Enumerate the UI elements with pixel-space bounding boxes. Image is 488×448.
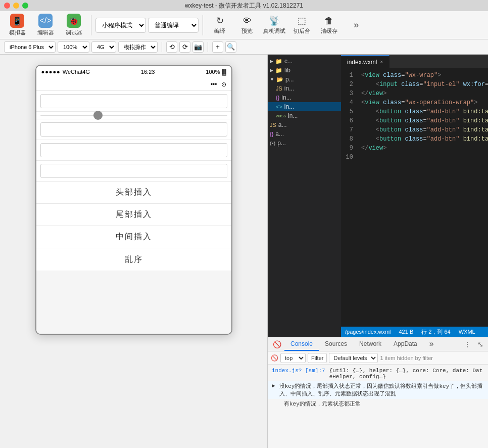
minimize-button[interactable] <box>13 3 19 9</box>
editor-icon: </> <box>38 14 53 28</box>
network-select[interactable]: 4G <box>91 41 116 53</box>
add-page-button[interactable]: + <box>212 41 223 53</box>
folder-arrow-c: ▶ <box>270 59 273 64</box>
filter-button[interactable]: Filter <box>308 353 327 363</box>
block-icon[interactable]: 🚫 <box>271 354 278 362</box>
code-editor[interactable]: 1 <view class="wx-wrap"> 2 <input class=… <box>341 69 488 327</box>
text-input-4[interactable] <box>40 164 227 178</box>
file-tree-item-ajs[interactable]: JS a... <box>268 120 341 129</box>
tab-close-indexwxml[interactable]: × <box>380 59 383 65</box>
devtools-tab-bar: 🚫 Console Sources Network AppData » ⋮ ⤡ <box>268 337 488 351</box>
maximize-button[interactable] <box>22 3 28 9</box>
file-label-js1: in... <box>284 85 294 92</box>
status-file: /pages/index.wxml <box>345 329 391 335</box>
file-label-lib: lib <box>284 67 290 74</box>
devtools-tab-appdata[interactable]: AppData <box>387 338 423 351</box>
console-line-2: ▶ 没key的情况，尾部插入状态正常，因为微信默认将数组索引当做key了，但头部… <box>268 381 488 399</box>
file-tree-item-js1[interactable]: JS in... <box>268 84 341 93</box>
devtools-tab-sources[interactable]: Sources <box>319 338 353 351</box>
devtools-section: 🚫 Console Sources Network AppData » ⋮ ⤡ <box>268 337 488 448</box>
cutback-button[interactable]: ⬚ 切后台 <box>289 15 314 35</box>
record-icon[interactable]: ⊙ <box>221 81 226 88</box>
editor-tab-indexwxml[interactable]: index.wxml × <box>341 55 389 68</box>
clear-icon: 🗑 <box>324 16 333 26</box>
devtools-more-tabs[interactable]: » <box>423 338 440 351</box>
js-icon-a: JS <box>270 122 276 128</box>
cutback-label: 切后台 <box>294 27 310 35</box>
file-tree-item-c[interactable]: ▶ 📁 c... <box>268 57 341 66</box>
file-tree-item-ajson[interactable]: {} a... <box>268 129 341 139</box>
close-button[interactable] <box>4 3 10 9</box>
compile-icon: ↻ <box>216 15 224 26</box>
slider-input[interactable] <box>40 115 227 116</box>
zoom-select[interactable]: 100% <box>58 41 89 53</box>
device-select[interactable]: iPhone 6 Plus <box>4 41 56 53</box>
context-select[interactable]: top <box>280 353 306 363</box>
code-line-6: 6 <button class="add-btn" bind:tap="inse… <box>341 116 488 125</box>
expand-arrow-2[interactable]: ▶ <box>272 382 275 389</box>
insert-tail-button[interactable]: 尾部插入 <box>36 204 231 226</box>
status-size: 421 B <box>399 329 414 335</box>
text-input-1[interactable] <box>40 94 227 108</box>
more-button[interactable]: » <box>344 20 369 30</box>
clear-button[interactable]: 🗑 清缓存 <box>316 16 341 35</box>
operation-select[interactable]: 模拟操作 <box>118 41 158 53</box>
subtoolbar: iPhone 6 Plus 100% 4G 模拟操作 ⟲ ⟳ 📷 + 🔍 <box>0 39 488 55</box>
file-tree-item-wxss[interactable]: wxss in... <box>268 111 341 120</box>
separator-1 <box>91 15 91 35</box>
devtools-menu-button[interactable]: ⋮ <box>462 339 473 350</box>
status-left: ●●●●● WeChat4G <box>41 69 90 75</box>
simulator-label: 模拟器 <box>9 29 26 36</box>
device-debug-icon: 📡 <box>269 15 280 26</box>
battery-percent: 100% <box>206 69 220 75</box>
debugger-icon: 🐞 <box>67 14 81 28</box>
screenshot-button[interactable]: 📷 <box>192 41 204 53</box>
reverse-button[interactable]: 乱序 <box>36 248 231 271</box>
compile-select[interactable]: 普通编译 <box>148 18 199 33</box>
compile-button[interactable]: ↻ 编译 <box>207 15 232 35</box>
phone-frame: ●●●●● WeChat4G 16:23 100% ▓ ••• ⊙ <box>35 65 232 335</box>
rotate-right-button[interactable]: ⟳ <box>179 41 190 53</box>
insert-head-button[interactable]: 头部插入 <box>36 182 231 204</box>
text-input-2[interactable] <box>40 122 227 137</box>
console-text-2: 没key的情况，尾部插入状态正常，因为微信默认将数组索引当做key了，但头部插入… <box>279 382 484 397</box>
file-tree-item-xml1[interactable]: <> in... <box>268 102 341 111</box>
file-label-ajs: a... <box>278 121 287 128</box>
debugger-button[interactable]: 🐞 调试器 <box>61 13 87 38</box>
preview-button[interactable]: 👁 预览 <box>234 16 260 35</box>
rotate-left-button[interactable]: ⟲ <box>166 41 177 53</box>
search-page-button[interactable]: 🔍 <box>225 41 236 53</box>
status-pos: 行 2，列 64 <box>421 328 450 336</box>
editor-button[interactable]: </> 编辑器 <box>32 13 59 38</box>
file-tree-item-lib[interactable]: ▶ 📁 lib <box>268 66 341 75</box>
simulator-icon: 📱 <box>10 14 24 28</box>
devtools-undock-button[interactable]: ⤡ <box>475 339 486 350</box>
file-label-p: p... <box>285 76 294 83</box>
file-tree-item-pother[interactable]: (•) p... <box>268 139 341 148</box>
mode-select[interactable]: 小程序模式 <box>95 18 146 33</box>
console-source-1[interactable]: index.js? [sm]:7 <box>272 368 325 374</box>
nav-dots[interactable]: ••• <box>211 81 217 88</box>
text-input-3[interactable] <box>40 143 227 157</box>
input-row-4 <box>36 161 231 182</box>
devtools-tab-network[interactable]: Network <box>353 338 387 351</box>
devtools-ban-icon[interactable]: 🚫 <box>270 340 284 348</box>
json-icon-a: {} <box>270 131 273 137</box>
main-area: ●●●●● WeChat4G 16:23 100% ▓ ••• ⊙ <box>0 55 488 448</box>
insert-between-button[interactable]: 中间插入 <box>36 226 231 248</box>
folder-arrow-lib: ▶ <box>270 68 273 73</box>
device-debug-button[interactable]: 📡 真机调试 <box>262 15 287 35</box>
code-line-5: 5 <button class="add-btn" bind:tap="inse… <box>341 107 488 116</box>
console-line-3: 有key的情况，元素状态都正常 <box>268 399 488 409</box>
right-panel: ▶ 📁 c... ▶ 📁 lib ▼ 📂 p... <box>268 55 488 448</box>
code-line-9: 9 </view> <box>341 144 488 153</box>
file-tree-item-p[interactable]: ▼ 📂 p... <box>268 75 341 84</box>
code-line-4: 4 <view class="wx-operation-wrap"> <box>341 98 488 107</box>
xml-icon-1: <> <box>276 104 282 110</box>
file-tree-item-json1[interactable]: {} in... <box>268 93 341 102</box>
level-select[interactable]: Default levels <box>329 353 378 363</box>
folder-arrow-p: ▼ <box>270 77 274 82</box>
simulator-button[interactable]: 📱 模拟器 <box>4 13 30 38</box>
devtools-tab-console[interactable]: Console <box>284 338 319 351</box>
slider-container <box>40 115 227 116</box>
